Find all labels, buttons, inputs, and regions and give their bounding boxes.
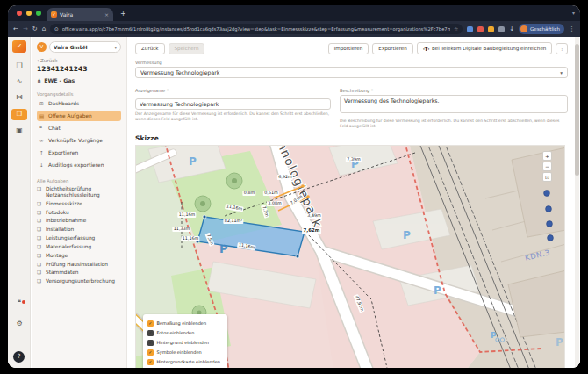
description-field-label: Beschreibung * — [340, 88, 568, 93]
task-item[interactable]: ❏Fotodoku — [37, 210, 121, 216]
link-icon: ∞ — [39, 138, 45, 143]
org-avatar: V — [37, 42, 47, 52]
main-scrollbar-thumb[interactable] — [575, 44, 579, 176]
vaira-logo-icon[interactable]: ✓ — [12, 40, 26, 53]
tab-search-icon[interactable]: ▾ — [572, 10, 575, 16]
vaira-favicon-icon: ✓ — [51, 11, 57, 18]
reload-icon[interactable]: ↻ — [32, 25, 38, 32]
checkbox-checked[interactable]: ✓ — [147, 330, 154, 336]
main-panel: Zurück Speichern Importieren Exportieren… — [128, 37, 580, 368]
legend-row[interactable]: ✓Symbole einblenden — [147, 348, 223, 357]
extension-icon[interactable] — [477, 26, 484, 32]
area-label: 82,11m² — [223, 219, 243, 224]
zoom-window-button[interactable] — [36, 11, 41, 16]
close-window-button[interactable] — [17, 11, 22, 16]
workflow-icon: ⋔ — [37, 77, 41, 83]
site-info-icon[interactable]: ⊙ — [54, 26, 59, 32]
task-item[interactable]: ❏Versorgungsunterbrechung — [37, 278, 121, 284]
back-button[interactable]: Zurück — [135, 43, 165, 54]
new-tab-button[interactable]: + — [120, 10, 126, 18]
more-menu-button[interactable]: ⋮ — [556, 43, 568, 54]
audit-export-icon: ↓ — [39, 162, 45, 168]
projects-icon[interactable]: ❑ — [8, 61, 31, 69]
checkbox-checked[interactable]: ✓ — [147, 349, 154, 356]
measurement-select[interactable]: Vermessung Technologiepark ▾ — [135, 67, 568, 78]
checkbox-checked[interactable]: ✓ — [147, 340, 154, 346]
measurement-label: 3,08m — [267, 201, 283, 206]
legend-row[interactable]: ✓Fotos einblenden — [147, 328, 223, 338]
legend-row[interactable]: ✓Hintergrund einblenden — [147, 338, 223, 348]
measurement-label: 7,39m — [346, 157, 362, 162]
legend-row[interactable]: ✓Hintergrundkarte einblenden — [147, 357, 223, 367]
dashboards-icon: ⊞ — [39, 101, 45, 106]
sketch-map[interactable]: Technologiepark — [135, 145, 565, 368]
export-button[interactable]: Exportieren — [372, 43, 412, 54]
parking-icon: P — [434, 284, 441, 297]
name-help-text: Der Anzeigename für diese Vermessung ist… — [135, 111, 331, 122]
workflow-item[interactable]: ⋔ EWE - Gas — [37, 77, 121, 83]
contacts-icon[interactable]: ▣ — [8, 126, 31, 134]
telekom-submit-button[interactable]: ·T·Bei Telekom Digitale Baubegleitung ei… — [417, 42, 553, 54]
task-item[interactable]: ❏Dichtheitsprüfung Netzanschlussleitung — [37, 186, 121, 198]
browser-window: ✓ Vaira × + ▾ ← → ↻ ⌂ ⊙ office.vaira.app… — [8, 5, 580, 368]
home-icon[interactable]: ⌂ — [42, 25, 46, 32]
task-item[interactable]: ❏Stammdaten — [37, 270, 121, 276]
zoom-out-button[interactable]: − — [542, 162, 552, 171]
task-item[interactable]: ❏Inbetriebnahme — [37, 218, 121, 224]
notifications-icon[interactable]: ❝ — [8, 298, 31, 306]
task-item[interactable]: ❏Montage — [37, 253, 121, 259]
sidebar-item-linked-processes[interactable]: ∞Verknüpfte Vorgänge — [37, 135, 121, 146]
sidebar-item-dashboards[interactable]: ⊞Dashboards — [37, 98, 121, 109]
measurement-label: 11,16m — [181, 236, 199, 241]
chevron-down-icon: ▾ — [560, 70, 563, 76]
back-nav-icon[interactable]: ← — [13, 25, 18, 32]
back-link[interactable]: ‹ Zurück — [37, 58, 121, 63]
activity-icon[interactable]: ∿ — [8, 77, 31, 85]
workflows-icon[interactable]: ⋈ — [8, 93, 31, 101]
legend-row[interactable]: ✓Bemaßung einblenden — [147, 319, 223, 328]
description-field[interactable]: Vermessung des Technologieparks. — [340, 95, 568, 113]
sidebar-item-auditlogs[interactable]: ↓Auditlogs exportieren — [37, 160, 121, 170]
processes-icon-active[interactable]: ❐ — [11, 109, 27, 120]
url-text[interactable]: office.vaira.app/o/c7be7mnm6f1rdro8tg2g/… — [62, 26, 451, 32]
screenshot: ✓ Vaira × + ▾ ← → ↻ ⌂ ⊙ office.vaira.app… — [0, 0, 588, 374]
bookmark-star-icon[interactable]: ☆ — [454, 26, 458, 32]
doc-icon: ❏ — [37, 227, 42, 232]
task-item[interactable]: ❏Installation — [37, 227, 121, 233]
app-content: ✓ ❑ ∿ ⋈ ❐ ▣ ❝ ⚙ ? V Vaira GmbH ▾ ‹ Zurüc… — [8, 37, 580, 368]
minimize-window-button[interactable] — [26, 11, 32, 16]
downloads-icon[interactable]: ↓ — [509, 25, 514, 32]
section-label: Alle Aufgaben — [37, 178, 121, 183]
browser-tab[interactable]: ✓ Vaira × — [47, 8, 113, 21]
sidebar-item-export[interactable]: ↑Exportieren — [37, 147, 121, 158]
task-item[interactable]: ❏Einmessskizze — [37, 201, 121, 207]
sidebar-item-open-tasks[interactable]: ▤Offene Aufgaben — [37, 111, 121, 121]
help-button[interactable]: ? — [13, 351, 25, 363]
org-switcher[interactable]: Vaira GmbH ▾ — [49, 41, 121, 53]
measurement-label: 0,51m — [263, 191, 279, 196]
browser-profile-chip[interactable]: Geschäftlich — [519, 24, 564, 34]
close-tab-icon[interactable]: × — [104, 11, 109, 18]
checkbox-checked[interactable]: ✓ — [147, 320, 154, 327]
zoom-in-button[interactable]: + — [542, 151, 552, 161]
measurement-label-bold: 7,62m — [302, 227, 321, 234]
extension-icon[interactable] — [488, 26, 494, 32]
name-field[interactable] — [135, 98, 331, 110]
extension-icon[interactable] — [467, 26, 473, 32]
measurement-label: 3,49m — [306, 213, 322, 219]
task-item[interactable]: ❏Leistungserfassung — [37, 235, 121, 241]
fit-bounds-button[interactable]: ⊡ — [542, 172, 552, 182]
task-item[interactable]: ❏Materialerfassung — [37, 244, 121, 250]
browser-menu-icon[interactable]: ⋮ — [569, 25, 575, 32]
save-button[interactable]: Speichern — [169, 43, 205, 54]
description-help-text: Die Beschreibung für diese Vermessung is… — [340, 119, 568, 129]
address-bar[interactable]: ⊙ office.vaira.app/o/c7be7mnm6f1rdro8tg2… — [50, 24, 463, 34]
sidebar: V Vaira GmbH ▾ ‹ Zurück 12341241243 ⋔ EW… — [32, 37, 127, 368]
extension-icon[interactable] — [498, 26, 505, 32]
sidebar-item-chat[interactable]: ❝Chat — [37, 123, 121, 133]
forward-nav-icon[interactable]: → — [23, 25, 28, 32]
checkbox-checked[interactable]: ✓ — [147, 359, 154, 365]
task-item[interactable]: ❏Prüfung Hausinstallation — [37, 262, 121, 268]
import-button[interactable]: Importieren — [328, 43, 369, 54]
settings-gear-icon[interactable]: ⚙ — [8, 320, 31, 327]
